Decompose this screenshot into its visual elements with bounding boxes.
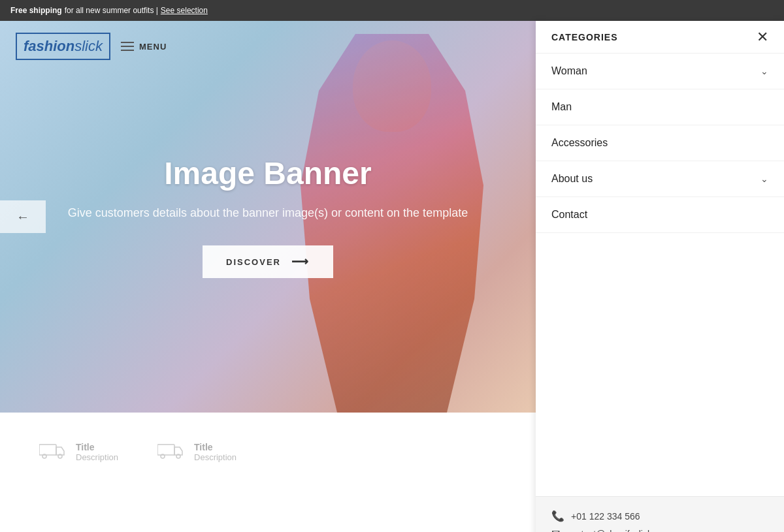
announcement-bold: Free shipping	[10, 6, 62, 15]
sidebar-header: CATEGORIES ✕	[536, 21, 784, 54]
nav-item-accessories[interactable]: Accessories	[536, 125, 784, 161]
nav-label-1: Man	[551, 101, 572, 113]
menu-button[interactable]: MENU	[121, 42, 167, 52]
sidebar-footer: 📞 +01 122 334 566 ✉ contact@shopifyslick…	[536, 496, 784, 532]
sidebar-nav: Woman⌄ManAccessoriesAbout us⌄Contact	[536, 54, 784, 496]
email-icon: ✉	[551, 527, 560, 532]
hero-subtitle: Give customers details about the banner …	[68, 204, 468, 222]
announcement-text: for all new summer outfits |	[65, 6, 158, 15]
features-section: Title Description Title Description	[0, 413, 536, 491]
main-content: fashion slick MENU Image Banner Give cus…	[0, 21, 536, 532]
discover-label: DISCOVER	[226, 257, 281, 267]
svg-rect-0	[39, 445, 56, 455]
nav-item-woman[interactable]: Woman⌄	[536, 54, 784, 89]
prev-button[interactable]: ←	[0, 200, 46, 233]
nav-label-0: Woman	[551, 65, 587, 77]
feature-title-1: Title	[76, 442, 118, 452]
feature-desc-2: Description	[194, 452, 237, 462]
logo-slick: slick	[74, 38, 103, 55]
svg-rect-3	[157, 445, 174, 455]
nav-label-4: Contact	[551, 209, 587, 221]
nav-item-contact[interactable]: Contact	[536, 197, 784, 233]
contact-email-address: contact@shopifyslick.com	[566, 529, 672, 533]
hamburger-icon	[121, 42, 134, 51]
nav-label-2: Accessories	[551, 137, 608, 149]
main-layout: fashion slick MENU Image Banner Give cus…	[0, 21, 784, 532]
prev-arrow-icon: ←	[16, 210, 29, 225]
contact-email: ✉ contact@shopifyslick.com	[551, 527, 768, 532]
announcement-bar: Free shipping for all new summer outfits…	[0, 0, 784, 21]
menu-label: MENU	[139, 42, 167, 52]
feature-item-2: Title Description	[157, 441, 237, 463]
discover-button[interactable]: DISCOVER ⟶	[203, 245, 333, 278]
delivery-icon-2	[157, 441, 184, 463]
announcement-link[interactable]: See selection	[161, 6, 208, 15]
logo-fashion: fashion	[24, 38, 74, 55]
feature-title-2: Title	[194, 442, 237, 452]
sidebar-title: CATEGORIES	[551, 32, 618, 42]
hero-banner: Image Banner Give customers details abou…	[0, 21, 536, 413]
hero-title: Image Banner	[68, 155, 468, 191]
nav-item-about-us[interactable]: About us⌄	[536, 161, 784, 197]
feature-item-1: Title Description	[39, 441, 118, 463]
delivery-icon-1	[39, 441, 65, 463]
close-sidebar-button[interactable]: ✕	[757, 30, 768, 44]
logo[interactable]: fashion slick	[16, 33, 110, 60]
contact-phone: 📞 +01 122 334 566	[551, 510, 768, 522]
chevron-down-icon: ⌄	[760, 174, 768, 184]
feature-desc-1: Description	[76, 452, 118, 462]
site-header: fashion slick MENU	[0, 21, 536, 72]
categories-sidebar: CATEGORIES ✕ Woman⌄ManAccessoriesAbout u…	[536, 21, 784, 532]
contact-phone-number: +01 122 334 566	[571, 511, 640, 522]
hero-text: Image Banner Give customers details abou…	[29, 155, 507, 278]
nav-item-man[interactable]: Man	[536, 89, 784, 125]
feature-text-2: Title Description	[194, 442, 237, 462]
phone-icon: 📞	[551, 510, 564, 522]
nav-label-3: About us	[551, 173, 593, 185]
arrow-right-icon: ⟶	[291, 255, 310, 269]
chevron-down-icon: ⌄	[760, 66, 768, 76]
feature-text-1: Title Description	[76, 442, 118, 462]
